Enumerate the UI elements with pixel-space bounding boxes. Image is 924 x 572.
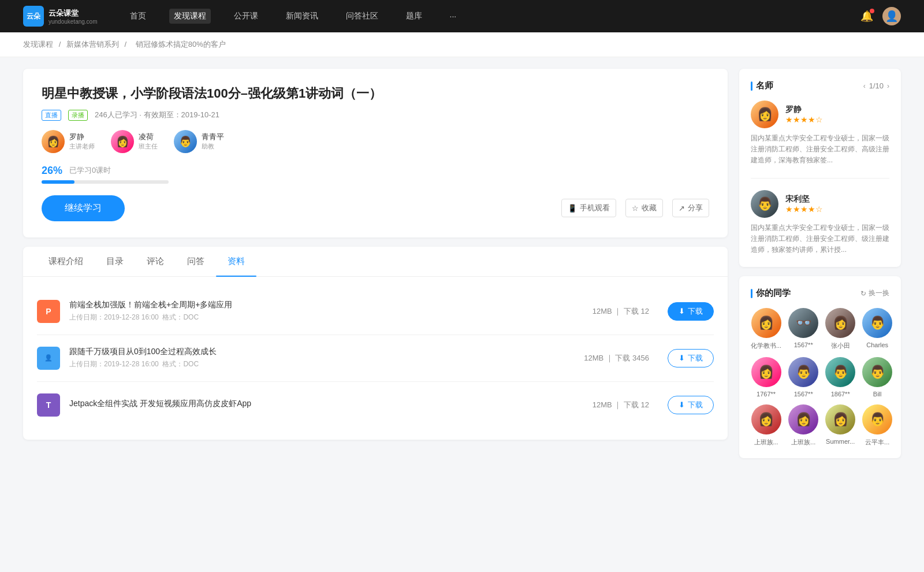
student-avatar-2: 👓	[788, 308, 818, 338]
student-2[interactable]: 👓 1567**	[788, 308, 818, 350]
student-5[interactable]: 👩 1767**	[751, 357, 781, 398]
student-name-7: 1867**	[825, 391, 855, 398]
student-7[interactable]: 👨 1867**	[825, 357, 855, 398]
nav-icons: 🔔 👤	[860, 7, 901, 25]
teacher-3-avatar: 👨	[174, 130, 197, 153]
teacher-3-role: 助教	[202, 142, 224, 151]
student-avatar-9: 👩	[751, 404, 781, 434]
tab-intro[interactable]: 课程介绍	[37, 247, 95, 276]
download-button-3[interactable]: ⬇ 下载	[668, 396, 714, 414]
tag-live: 直播	[42, 110, 61, 121]
nav-discover[interactable]: 发现课程	[169, 9, 211, 24]
student-name-11: Summer...	[825, 438, 855, 445]
nav-qa[interactable]: 问答社区	[341, 9, 383, 24]
mobile-watch-button[interactable]: 📱 手机观看	[561, 199, 616, 217]
teacher-sidebar-stars-1: ★★★★☆	[785, 115, 823, 124]
file-stats-2: 12MB ｜ 下载 3456	[584, 353, 649, 363]
student-name-4: Charles	[862, 341, 892, 348]
student-10[interactable]: 👩 上班族...	[788, 404, 818, 447]
collect-button[interactable]: ☆ 收藏	[625, 199, 663, 217]
file-item-2: 👤 跟随千万级项目从0到100全过程高效成长 上传日期：2019-12-28 1…	[37, 335, 714, 382]
logo-text: 云朵课堂 yundouketang.com	[49, 8, 98, 25]
students-sidebar-title: 你的同学	[751, 288, 791, 299]
student-name-8: Bill	[862, 391, 892, 398]
nav-news[interactable]: 新闻资讯	[281, 9, 323, 24]
tabs-card: 课程介绍 目录 评论 问答 资料 P 前端全栈加强版！前端全栈+全周期+多端应用…	[23, 247, 728, 440]
teacher-2-avatar: 👩	[111, 130, 134, 153]
teacher-3-name: 青青平	[202, 132, 224, 142]
teacher-sidebar-avatar-1: 👩	[751, 101, 778, 128]
student-11[interactable]: 👩 Summer...	[825, 404, 855, 447]
student-avatar-1: 👩	[751, 308, 781, 338]
download-icon-1: ⬇	[679, 307, 685, 315]
teacher-2-info: 凌荷 班主任	[139, 132, 158, 151]
student-avatar-8: 👨	[862, 357, 892, 387]
share-button[interactable]: ↗ 分享	[672, 199, 709, 217]
file-icon-2: 👤	[37, 347, 60, 370]
progress-bar-bg	[42, 180, 169, 184]
student-4[interactable]: 👨 Charles	[862, 308, 892, 350]
student-1[interactable]: 👩 化学教书...	[751, 308, 781, 350]
file-name-3: Jetpack全组件实战 开发短视频应用高仿皮皮虾App	[69, 399, 583, 409]
breadcrumb-link-discover[interactable]: 发现课程	[23, 40, 53, 49]
student-12[interactable]: 👨 云平丰...	[862, 404, 892, 447]
progress-label: 已学习0课时	[69, 165, 111, 176]
teacher-sidebar-avatar-2: 👨	[751, 190, 778, 218]
student-6[interactable]: 👨 1567**	[788, 357, 818, 398]
student-name-1: 化学教书...	[751, 341, 781, 350]
student-avatar-3: 👩	[825, 308, 855, 338]
teacher-sidebar-name-1: 罗静	[785, 105, 823, 115]
next-teacher-btn[interactable]: ›	[887, 82, 889, 90]
student-name-10: 上班族...	[788, 438, 818, 447]
main-content: 明星中教授课，小学阶段语法100分–强化级第1讲动词（一） 直播 录播 246人…	[23, 69, 728, 467]
continue-study-button[interactable]: 继续学习	[42, 195, 125, 221]
download-button-1[interactable]: ⬇ 下载	[668, 302, 714, 321]
file-name-1: 前端全栈加强版！前端全栈+全周期+多端应用	[69, 300, 583, 310]
progress-percent: 26%	[42, 165, 62, 177]
star-icon: ☆	[632, 204, 639, 213]
user-avatar-nav[interactable]: 👤	[882, 7, 901, 25]
student-avatar-10: 👩	[788, 404, 818, 434]
prev-teacher-btn[interactable]: ‹	[863, 82, 866, 90]
teacher-sidebar-info-1: 罗静 ★★★★☆	[785, 105, 823, 124]
tab-review[interactable]: 评论	[135, 247, 176, 276]
teacher-sidebar-1: 👩 罗静 ★★★★☆ 国内某重点大学安全工程专业硕士，国家一级注册消防工程师、注…	[751, 101, 889, 179]
refresh-students-btn[interactable]: ↻ 换一换	[860, 288, 889, 298]
student-name-2: 1567**	[788, 341, 818, 348]
nav-bank[interactable]: 题库	[401, 9, 427, 24]
teacher-2-name: 凌荷	[139, 132, 158, 142]
tab-qa[interactable]: 问答	[176, 247, 216, 276]
teacher-1-name: 罗静	[69, 132, 95, 142]
teachers-sidebar-title: 名师	[751, 80, 773, 91]
action-buttons: 📱 手机观看 ☆ 收藏 ↗ 分享	[561, 199, 709, 217]
download-button-2[interactable]: ⬇ 下载	[668, 349, 714, 367]
notification-bell[interactable]: 🔔	[860, 10, 873, 23]
student-9[interactable]: 👩 上班族...	[751, 404, 781, 447]
tabs-header: 课程介绍 目录 评论 问答 资料	[23, 247, 728, 277]
logo[interactable]: 云朵 云朵课堂 yundouketang.com	[23, 6, 98, 27]
refresh-icon: ↻	[860, 289, 866, 298]
breadcrumb-link-series[interactable]: 新媒体营销系列	[66, 40, 119, 49]
teacher-2-role: 班主任	[139, 142, 158, 151]
breadcrumb-current: 销冠修炼术搞定80%的客户	[136, 40, 226, 49]
nav-public[interactable]: 公开课	[229, 9, 263, 24]
teachers-page: 1/10	[869, 81, 884, 90]
student-avatar-7: 👨	[825, 357, 855, 387]
student-3[interactable]: 👩 张小田	[825, 308, 855, 350]
breadcrumb: 发现课程 / 新媒体营销系列 / 销冠修炼术搞定80%的客户	[0, 32, 924, 57]
teacher-sidebar-desc-1: 国内某重点大学安全工程专业硕士，国家一级注册消防工程师、注册安全工程师、高级注册…	[751, 133, 889, 166]
nav-home[interactable]: 首页	[125, 9, 151, 24]
tab-materials[interactable]: 资料	[216, 247, 256, 276]
teacher-2: 👩 凌荷 班主任	[111, 130, 158, 153]
tab-catalog[interactable]: 目录	[95, 247, 135, 276]
student-8[interactable]: 👨 Bill	[862, 357, 892, 398]
nav-more[interactable]: ···	[445, 9, 461, 23]
mobile-icon: 📱	[568, 204, 577, 213]
teacher-1: 👩 罗静 主讲老师	[42, 130, 95, 153]
tabs-content: P 前端全栈加强版！前端全栈+全周期+多端应用 上传日期：2019-12-28 …	[23, 277, 728, 440]
student-avatar-6: 👨	[788, 357, 818, 387]
teacher-3: 👨 青青平 助教	[174, 130, 224, 153]
file-icon-3: T	[37, 393, 60, 417]
file-info-1: 前端全栈加强版！前端全栈+全周期+多端应用 上传日期：2019-12-28 16…	[69, 300, 583, 322]
student-name-12: 云平丰...	[862, 438, 892, 447]
